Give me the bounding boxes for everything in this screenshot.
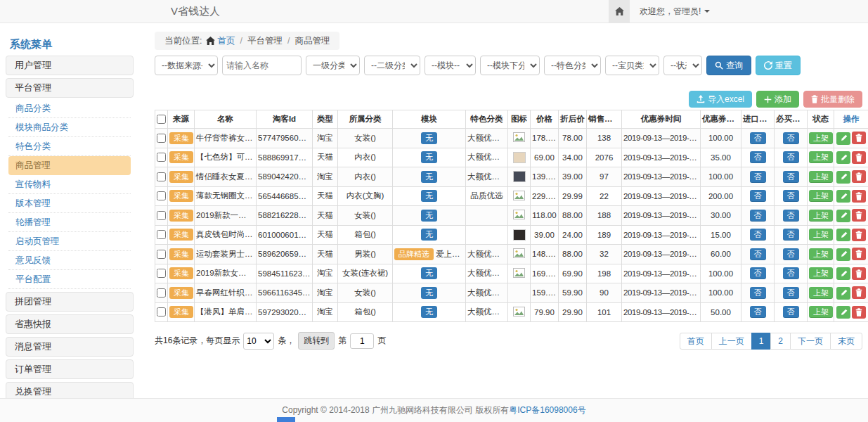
module-badge[interactable]: 无 <box>421 190 437 202</box>
sidebar-item[interactable]: 拼团管理 <box>6 292 134 312</box>
status-badge[interactable]: 上架 <box>809 306 833 318</box>
import-select-toggle[interactable]: 否 <box>750 210 766 222</box>
delete-button[interactable] <box>852 229 866 241</box>
filter-select[interactable]: 一级分类 <box>306 56 360 75</box>
sidebar-item[interactable]: 用户管理 <box>6 56 134 75</box>
import-select-toggle[interactable]: 否 <box>750 306 766 318</box>
sidebar-item[interactable]: 消息管理 <box>6 337 134 357</box>
delete-button[interactable] <box>852 306 866 319</box>
filter-select[interactable]: --二级分类-- <box>364 56 420 75</box>
module-badge[interactable]: 无 <box>421 267 437 279</box>
must-buy-toggle[interactable]: 否 <box>783 132 799 144</box>
module-badge[interactable]: 无 <box>421 132 437 144</box>
edit-button[interactable] <box>836 267 850 280</box>
module-badge[interactable]: 无 <box>421 287 437 299</box>
pagination-button[interactable]: 末页 <box>830 333 862 350</box>
sidebar-sub-item[interactable]: 版本管理 <box>8 194 131 213</box>
must-buy-toggle[interactable]: 否 <box>783 171 799 183</box>
row-checkbox[interactable] <box>157 191 166 200</box>
module-badge[interactable]: 无 <box>421 229 437 241</box>
delete-button[interactable] <box>852 132 866 144</box>
status-badge[interactable]: 上架 <box>809 190 833 202</box>
pagination-button[interactable]: 上一页 <box>711 333 752 350</box>
welcome-dropdown[interactable]: 欢迎您，管理员! <box>640 6 710 18</box>
per-page-select[interactable]: 10 <box>243 333 274 350</box>
filter-select[interactable]: --数据来源-- <box>155 56 218 75</box>
must-buy-toggle[interactable]: 否 <box>783 248 799 260</box>
jump-button[interactable]: 跳转到 <box>298 332 335 350</box>
must-buy-toggle[interactable]: 否 <box>783 229 799 241</box>
import-select-toggle[interactable]: 否 <box>750 132 766 144</box>
must-buy-toggle[interactable]: 否 <box>783 151 799 163</box>
reset-button[interactable]: 重置 <box>756 56 801 75</box>
status-badge[interactable]: 上架 <box>809 287 833 299</box>
delete-button[interactable] <box>852 151 866 164</box>
delete-button[interactable] <box>852 286 866 299</box>
edit-button[interactable] <box>836 306 850 319</box>
must-buy-toggle[interactable]: 否 <box>783 190 799 202</box>
pagination-button[interactable]: 下一页 <box>790 333 831 350</box>
delete-button[interactable] <box>852 209 866 222</box>
must-buy-toggle[interactable]: 否 <box>783 210 799 222</box>
edit-button[interactable] <box>836 132 850 145</box>
row-checkbox[interactable] <box>157 307 166 316</box>
pagination-button[interactable]: 1 <box>751 333 772 350</box>
add-button[interactable]: 添加 <box>756 91 799 108</box>
status-badge[interactable]: 上架 <box>809 229 833 241</box>
sidebar-item-expanded[interactable]: 平台管理 <box>6 78 134 98</box>
module-badge[interactable]: 无 <box>421 151 437 163</box>
row-checkbox[interactable] <box>157 269 166 278</box>
sidebar-sub-item-active[interactable]: 商品管理 <box>8 156 131 175</box>
row-checkbox[interactable] <box>157 288 166 298</box>
sidebar-sub-item[interactable]: 模块商品分类 <box>8 118 131 137</box>
search-button[interactable]: 查询 <box>706 56 751 75</box>
sidebar-item[interactable]: 订单管理 <box>6 359 134 379</box>
must-buy-toggle[interactable]: 否 <box>783 306 799 318</box>
filter-select[interactable]: --特色分类-- <box>544 56 601 75</box>
import-select-toggle[interactable]: 否 <box>750 287 766 299</box>
edit-button[interactable] <box>836 151 850 164</box>
module-badge[interactable]: 无 <box>421 171 437 183</box>
filter-select[interactable]: --模块-- <box>425 56 476 75</box>
must-buy-toggle[interactable]: 否 <box>783 267 799 279</box>
sidebar-sub-item[interactable]: 启动页管理 <box>8 232 131 251</box>
breadcrumb-home-link[interactable]: 首页 <box>217 36 235 46</box>
sidebar-sub-item[interactable]: 平台配置 <box>8 270 131 289</box>
row-checkbox[interactable] <box>157 250 166 259</box>
status-badge[interactable]: 上架 <box>809 151 833 163</box>
select-all-checkbox[interactable] <box>157 115 166 124</box>
edit-button[interactable] <box>836 190 850 203</box>
row-checkbox[interactable] <box>157 153 166 162</box>
import-select-toggle[interactable]: 否 <box>750 151 766 163</box>
home-button[interactable] <box>609 0 630 23</box>
status-badge[interactable]: 上架 <box>809 171 833 183</box>
import-select-toggle[interactable]: 否 <box>750 229 766 241</box>
row-checkbox[interactable] <box>157 230 166 239</box>
edit-button[interactable] <box>836 287 850 300</box>
status-badge[interactable]: 上架 <box>809 210 833 222</box>
sidebar-sub-item[interactable]: 轮播管理 <box>8 213 131 232</box>
must-buy-toggle[interactable]: 否 <box>783 287 799 299</box>
delete-button[interactable] <box>852 170 866 183</box>
edit-button[interactable] <box>836 248 850 261</box>
sidebar-sub-item[interactable]: 特色分类 <box>8 137 131 156</box>
delete-button[interactable] <box>852 190 866 203</box>
delete-button[interactable] <box>852 248 866 260</box>
sidebar-item[interactable]: 省惠快报 <box>6 314 134 334</box>
name-search-input[interactable] <box>222 56 302 75</box>
module-badge[interactable]: 无 <box>421 210 437 222</box>
page-input[interactable] <box>350 333 374 349</box>
edit-button[interactable] <box>836 171 850 184</box>
status-badge[interactable]: 上架 <box>809 267 833 279</box>
bulk-delete-button[interactable]: 批量删除 <box>803 91 862 108</box>
status-badge[interactable]: 上架 <box>809 132 833 144</box>
sidebar-sub-item[interactable]: 商品分类 <box>8 99 131 118</box>
filter-select[interactable]: --模块下分类-- <box>480 56 540 75</box>
sidebar-sub-item[interactable]: 宣传物料 <box>8 175 131 194</box>
import-select-toggle[interactable]: 否 <box>750 267 766 279</box>
import-select-toggle[interactable]: 否 <box>750 190 766 202</box>
import-select-toggle[interactable]: 否 <box>750 171 766 183</box>
row-checkbox[interactable] <box>157 134 166 143</box>
module-badge[interactable]: 无 <box>421 306 437 318</box>
module-badge[interactable]: 品牌精选 <box>394 248 434 260</box>
